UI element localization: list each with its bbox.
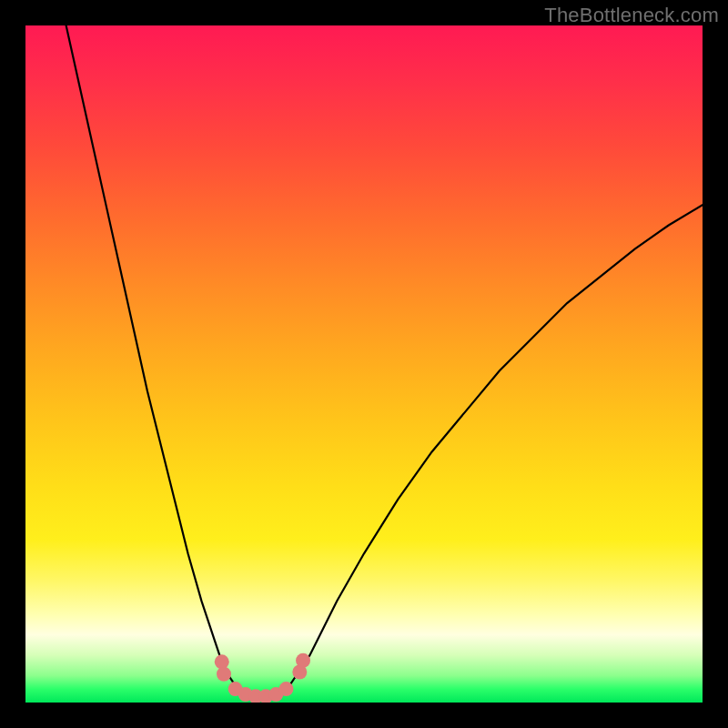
bottleneck-curve [66,25,703,697]
plot-area [25,25,703,703]
trough-marker [296,653,310,668]
trough-marker [215,654,229,669]
watermark-text: TheBottleneck.com [544,4,719,27]
curve-layer [25,25,703,703]
trough-marker [278,682,293,696]
trough-marker [217,667,231,682]
chart-frame: TheBottleneck.com [0,0,728,728]
